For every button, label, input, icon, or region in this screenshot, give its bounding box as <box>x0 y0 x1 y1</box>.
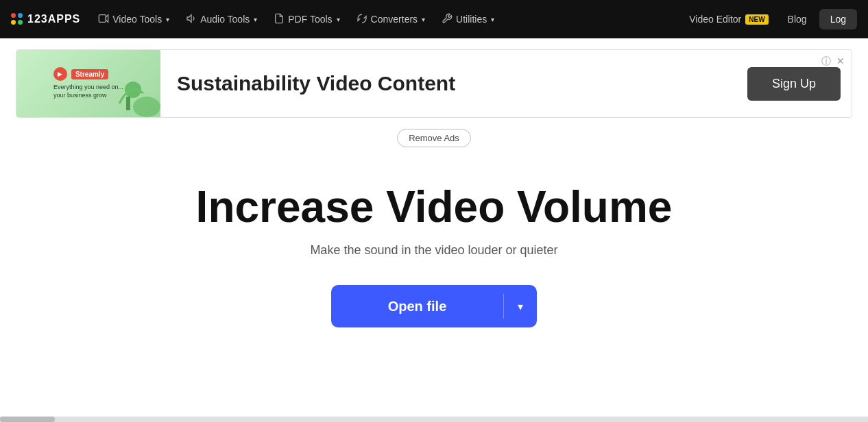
svg-rect-4 <box>126 97 130 110</box>
remove-ads-row: Remove Ads <box>0 129 868 147</box>
nav-label-converters: Converters <box>371 14 418 25</box>
ad-company-name: Streamly <box>71 69 108 79</box>
ad-image: ▶ Streamly Everything you need on... you… <box>16 50 160 117</box>
chevron-down-utilities-icon: ▾ <box>491 16 494 23</box>
ad-sign-up-area: Sign Up <box>747 67 841 101</box>
nav-label-utilities: Utilities <box>456 14 487 25</box>
logo-dot-yellow <box>11 20 16 25</box>
chevron-down-audio-icon: ▾ <box>254 16 257 23</box>
navbar: 123APPS Video Tools ▾ Audio Tools ▾ <box>0 0 868 38</box>
blog-link[interactable]: Blog <box>781 10 814 29</box>
logo[interactable]: 123APPS <box>11 13 80 25</box>
nav-item-video-tools[interactable]: Video Tools ▾ <box>91 9 176 30</box>
video-editor-button[interactable]: Video Editor NEW <box>682 10 775 29</box>
nav-label-pdf-tools: PDF Tools <box>288 14 332 25</box>
ad-headline: Sustainability Video Content <box>177 72 455 95</box>
ad-play-icon: ▶ <box>53 67 67 81</box>
pdf-icon <box>274 13 285 26</box>
logo-dot-blue <box>18 13 23 18</box>
ad-decorative-figure <box>106 69 160 117</box>
logo-dots <box>11 13 23 25</box>
ad-close-icon[interactable]: ✕ <box>836 55 845 66</box>
page-title: Increase Video Volume <box>196 183 673 231</box>
login-button[interactable]: Log <box>819 9 857 29</box>
main-content: Increase Video Volume Make the sound in … <box>0 169 868 369</box>
logo-dot-red <box>11 13 16 18</box>
nav-item-utilities[interactable]: Utilities ▾ <box>435 9 501 30</box>
open-file-label: Open file <box>331 299 503 314</box>
video-editor-label: Video Editor <box>689 14 741 25</box>
ad-sign-up-button[interactable]: Sign Up <box>747 67 841 101</box>
ad-content: Sustainability Video Content <box>160 72 747 95</box>
nav-right: Video Editor NEW Blog Log <box>682 9 857 29</box>
nav-item-converters[interactable]: Converters ▾ <box>350 9 432 30</box>
nav-item-audio-tools[interactable]: Audio Tools ▾ <box>179 9 264 30</box>
converters-icon <box>357 13 367 26</box>
logo-text: 123APPS <box>27 13 80 25</box>
logo-dot-green <box>18 20 23 25</box>
open-file-button[interactable]: Open file ▾ <box>331 285 537 327</box>
chevron-down-pdf-icon: ▾ <box>337 16 340 23</box>
open-file-chevron-icon[interactable]: ▾ <box>504 300 537 313</box>
chevron-down-converters-icon: ▾ <box>422 16 425 23</box>
video-icon <box>98 13 109 26</box>
utilities-icon <box>442 13 453 26</box>
ad-info-icon[interactable]: ⓘ <box>821 55 831 68</box>
nav-label-audio-tools: Audio Tools <box>200 14 250 25</box>
nav-label-video-tools: Video Tools <box>112 14 162 25</box>
nav-item-pdf-tools[interactable]: PDF Tools ▾ <box>267 9 346 30</box>
chevron-down-icon: ▾ <box>166 16 169 23</box>
remove-ads-button[interactable]: Remove Ads <box>397 129 471 147</box>
audio-icon <box>186 13 197 26</box>
new-badge: NEW <box>745 14 768 25</box>
svg-rect-0 <box>99 14 106 22</box>
page-subtitle: Make the sound in the video louder or qu… <box>310 243 557 258</box>
ad-banner: ▶ Streamly Everything you need on... you… <box>16 49 852 118</box>
svg-point-2 <box>133 97 160 117</box>
